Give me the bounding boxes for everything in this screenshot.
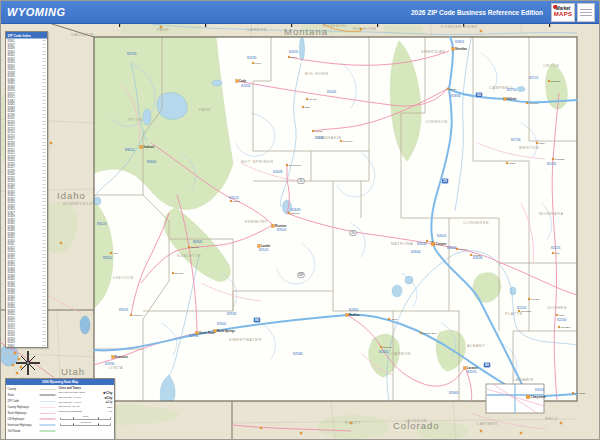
city-marker: Saratoga bbox=[380, 346, 392, 348]
city-dot bbox=[286, 164, 288, 166]
zip-label: 82331 bbox=[379, 350, 389, 354]
legend-panel: 2026 Wyoming State Map CountyStateZIP Co… bbox=[5, 378, 115, 440]
city-marker: Cody bbox=[236, 79, 247, 83]
city-marker: Cheyenne bbox=[526, 395, 546, 399]
city-label: Glenrock bbox=[459, 248, 469, 250]
zip-label: 82901 bbox=[217, 322, 227, 326]
city-dot bbox=[340, 140, 342, 142]
svg-text:80: 80 bbox=[485, 363, 489, 367]
city-dot bbox=[426, 240, 428, 242]
state-label: Idaho bbox=[57, 190, 86, 201]
logo-dot-icon bbox=[553, 5, 557, 9]
legend-boundary-row: Toll Roads bbox=[8, 428, 56, 434]
zip-label: 82520 bbox=[259, 248, 269, 252]
city-dot bbox=[558, 326, 560, 328]
county-label: SHERIDAN bbox=[421, 50, 445, 54]
zip-label: 82801 bbox=[455, 40, 465, 44]
city-dot bbox=[526, 395, 530, 399]
city-marker: Sundance bbox=[548, 80, 561, 82]
legend-scalebars: MilesKilometers bbox=[59, 415, 113, 426]
city-marker: Thermopolis bbox=[286, 164, 302, 166]
city-marker: Jackson bbox=[140, 145, 155, 149]
city-label: Greybull bbox=[309, 98, 318, 100]
city-size-sample-icon: ★City bbox=[104, 395, 112, 399]
city-dot bbox=[302, 106, 304, 108]
city-dot bbox=[447, 88, 449, 90]
zip-label: 82443 bbox=[273, 170, 283, 174]
city-dot bbox=[552, 158, 554, 160]
city-dot bbox=[288, 212, 290, 214]
city-dot bbox=[130, 314, 132, 316]
city-label: Rock Springs bbox=[217, 329, 235, 333]
city-marker: Gillette bbox=[504, 97, 517, 101]
zip-label: 82701 bbox=[547, 162, 557, 166]
county-label: ROUTT bbox=[345, 421, 361, 425]
us-route-shield-icon: 26 bbox=[350, 231, 356, 236]
city-size-sample-icon: ■City bbox=[106, 400, 112, 403]
county-label: FREMONT bbox=[245, 220, 268, 224]
county-label: PARK bbox=[199, 108, 211, 112]
city-label: Saratoga bbox=[383, 346, 393, 348]
legend-line-sample-icon bbox=[40, 395, 56, 396]
county-label: ALBANY bbox=[467, 344, 486, 348]
us-route-shield-icon: 287 bbox=[298, 273, 304, 278]
city-marker: Sheridan bbox=[452, 47, 468, 51]
county-label: SUBLETTE bbox=[177, 254, 201, 258]
city-marker: Lander bbox=[258, 244, 272, 248]
city-marker: Green River bbox=[196, 331, 216, 335]
city-label: Douglas bbox=[473, 254, 482, 256]
zip-label: 82435 bbox=[247, 56, 257, 60]
title-bar: WYOMING 2026 ZIP Code Business Reference… bbox=[1, 1, 599, 24]
city-dot bbox=[536, 142, 538, 144]
county-label: LARIMER bbox=[477, 422, 498, 426]
zip-label: 82063 bbox=[449, 391, 459, 395]
county-label: CARBON bbox=[391, 352, 411, 356]
zip-label: 82190 bbox=[127, 52, 137, 56]
zip-label: 83120 bbox=[97, 222, 107, 226]
city-label: Gillette bbox=[507, 97, 517, 101]
marketmaps-logo: Market MAPS bbox=[551, 3, 575, 22]
county-label: CROOK bbox=[543, 64, 560, 68]
city-marker: Hanna bbox=[388, 318, 398, 320]
svg-text:80: 80 bbox=[255, 318, 259, 322]
county-label: TETON bbox=[127, 118, 143, 122]
city-dot bbox=[346, 314, 349, 317]
city-dot bbox=[312, 130, 314, 132]
city-label: Big Piney bbox=[175, 272, 185, 274]
county-label: UINTA bbox=[109, 366, 123, 370]
city-dot bbox=[552, 252, 554, 254]
legend-city-list: Over 100,000 and Above★CityOver 50,000 -… bbox=[59, 390, 113, 413]
city-label: Green River bbox=[199, 331, 216, 335]
zip-label: 82633 bbox=[473, 256, 483, 260]
county-label: PLATTE bbox=[505, 312, 523, 316]
city-marker: Greybull bbox=[306, 98, 317, 100]
city-label: Newcastle bbox=[555, 158, 566, 160]
city-marker: Douglas bbox=[470, 254, 482, 256]
zip-label: 83110 bbox=[103, 256, 112, 260]
city-dot bbox=[288, 56, 290, 58]
city-marker: Glenrock bbox=[456, 248, 468, 250]
county-label: POWDER RIVER bbox=[441, 25, 478, 29]
city-label: Sheridan bbox=[455, 47, 467, 51]
city-marker: Newcastle bbox=[552, 158, 565, 160]
city-marker: Rock Springs bbox=[214, 329, 236, 333]
reference-badge-icon bbox=[577, 3, 595, 22]
zip-label: 82501 bbox=[277, 228, 287, 232]
svg-text:26: 26 bbox=[351, 231, 355, 235]
city-dot bbox=[272, 225, 275, 228]
city-label: Hanna bbox=[391, 318, 398, 320]
interstate-shield-icon: 90 bbox=[476, 92, 483, 97]
city-label: Evanston bbox=[115, 355, 128, 359]
zip-label: 82001 bbox=[535, 388, 545, 392]
legend-line-sample-icon bbox=[40, 413, 56, 414]
city-label: Basin bbox=[305, 106, 311, 108]
city-dot bbox=[572, 392, 574, 394]
city-size-sample-icon: ★City bbox=[103, 390, 113, 394]
interstate-shield-icon: 25 bbox=[442, 178, 449, 183]
city-marker: Mills bbox=[426, 240, 434, 242]
zip-index-row: 82601 bbox=[8, 344, 46, 348]
county-label: LARAMIE bbox=[513, 378, 534, 382]
city-label: Medicine Bow bbox=[423, 332, 437, 334]
city-label: Afton bbox=[113, 252, 119, 254]
county-label: JOHNSON bbox=[425, 120, 448, 124]
